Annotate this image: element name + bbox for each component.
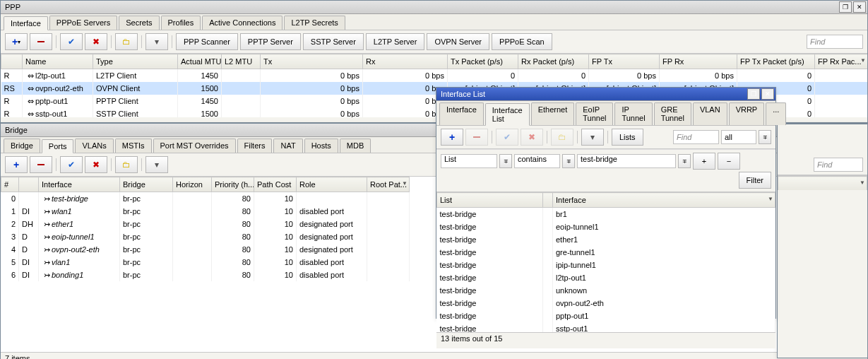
dropdown-icon[interactable]: ∓ [759,130,771,144]
table-row[interactable]: test-bridgepptp-out1 [437,310,775,322]
tab-vrrp[interactable]: VRRP [729,102,765,125]
comment-button[interactable]: 🗀 [115,156,138,173]
column-header[interactable]: Tx [261,54,363,69]
column-header[interactable]: Type [93,54,178,69]
tab-profiles[interactable]: Profiles [161,16,201,30]
disable-button[interactable]: ✖ [85,156,107,173]
l2tp-server-button[interactable]: L2TP Server [366,33,425,50]
tab-vlan[interactable]: VLAN [693,102,727,125]
restore-icon[interactable]: ❐ [839,1,852,13]
tab-pppoe-servers[interactable]: PPPoE Servers [49,16,117,30]
disable-button[interactable]: ✖ [85,33,107,50]
column-header[interactable]: Bridge [120,177,173,192]
column-header[interactable]: L2 MTU [222,54,261,69]
add-button[interactable]: + [441,129,463,146]
column-header[interactable]: Tx Packet (p/s) [448,54,518,69]
table-row[interactable]: test-bridgeipip-tunnel1 [437,259,775,271]
sstp-server-button[interactable]: SSTP Server [303,33,364,50]
tab-nat[interactable]: NAT [273,139,302,153]
find-input[interactable]: Find [807,35,863,49]
tab--[interactable]: ... [766,102,786,125]
column-header[interactable] [19,177,39,192]
tab-l2tp-secrets[interactable]: L2TP Secrets [284,16,345,30]
add-button[interactable]: +▾ [5,33,28,50]
tab-eoip-tunnel[interactable]: EoIP Tunnel [576,102,613,125]
enable-button[interactable]: ✔ [60,156,83,173]
filter-field-dropdown[interactable]: List [441,154,497,168]
find-input[interactable]: Find [814,158,863,172]
table-row[interactable]: test-bridgeeoip-tunnel1 [437,220,775,233]
dropdown-icon[interactable]: ∓ [499,154,512,168]
column-header[interactable]: Name [23,54,93,69]
column-header[interactable]: Rx [363,54,448,69]
comment-button[interactable]: 🗀 [551,129,573,146]
tab-ip-tunnel[interactable]: IP Tunnel [614,102,652,125]
tab-filters[interactable]: Filters [237,139,273,153]
table-row[interactable]: test-bridgel2tp-out1 [437,271,775,284]
tab-mdb[interactable]: MDB [340,139,371,153]
close-icon[interactable]: ✕ [761,88,774,100]
add-button[interactable]: + [5,156,28,173]
pppoe-scan-button[interactable]: PPPoE Scan [492,33,552,50]
table-row[interactable]: test-bridgeether1 [437,233,775,246]
filter-value-input[interactable]: test-bridge [577,154,676,168]
table-row[interactable]: R⇔l2tp-out1L2TP Client14500 bps0 bps000 … [1,69,868,83]
filter-button[interactable]: Filter [739,172,771,189]
tab-vlans[interactable]: VLANs [75,139,113,153]
column-header[interactable] [543,193,553,208]
table-row[interactable]: test-bridgebr1 [437,208,775,221]
comment-button[interactable]: 🗀 [115,33,138,50]
column-header[interactable]: Path Cost [254,177,297,192]
tab-bridge[interactable]: Bridge [4,139,40,153]
filter-icon[interactable]: ▾ [581,129,604,146]
dropdown-icon[interactable]: ∓ [678,154,691,168]
filter-icon[interactable]: ▾ [145,156,168,173]
enable-button[interactable]: ✔ [60,33,83,50]
column-header[interactable]: Priority (h... [212,177,254,192]
tab-hosts[interactable]: Hosts [304,139,338,153]
table-row[interactable]: test-bridgeovpn-out2-eth [437,297,775,310]
disable-button[interactable]: ✖ [521,129,543,146]
column-header[interactable] [1,54,23,69]
column-header[interactable]: Role [297,177,367,192]
enable-button[interactable]: ✔ [496,129,518,146]
column-header[interactable]: Root Pat...▼ [367,177,410,192]
column-header[interactable]: List [437,193,543,208]
filter-icon[interactable]: ▾ [145,33,168,50]
column-header[interactable]: # [1,177,19,192]
column-header[interactable]: FP Tx [589,54,660,69]
ovpn-server-button[interactable]: OVPN Server [427,33,489,50]
tab-interface-list[interactable]: Interface List [485,103,530,126]
column-header[interactable]: Interface▼ [553,193,775,208]
remove-button[interactable] [30,156,52,173]
column-header[interactable]: Horizon [173,177,212,192]
column-header[interactable]: FP Tx Packet (p/s) [737,54,815,69]
restore-icon[interactable]: ❐ [747,88,760,100]
tab-secrets[interactable]: Secrets [119,16,159,30]
iflist-title-bar[interactable]: Interface List ❐ ✕ [436,88,775,101]
find-input[interactable]: Find [673,130,719,144]
table-row[interactable]: test-bridgegre-tunnel1 [437,246,775,259]
tab-ports[interactable]: Ports [42,139,74,153]
all-dropdown[interactable]: all [721,130,756,144]
column-header[interactable]: Actual MTU [178,54,222,69]
column-header[interactable]: FP Rx [660,54,737,69]
ppp-scanner-button[interactable]: PPP Scanner [176,33,238,50]
filter-remove-button[interactable]: − [718,153,740,170]
tab-gre-tunnel[interactable]: GRE Tunnel [654,102,691,125]
remove-button[interactable] [465,129,488,146]
tab-port-mst-overrides[interactable]: Port MST Overrides [153,139,236,153]
table-row[interactable]: test-bridgeunknown [437,284,775,297]
column-header[interactable]: Rx Packet (p/s) [518,54,589,69]
tab-interface[interactable]: Interface [4,16,48,30]
lists-button[interactable]: Lists [612,129,643,146]
column-header[interactable]: Interface [39,177,120,192]
tab-ethernet[interactable]: Ethernet [531,102,575,125]
tab-active-connections[interactable]: Active Connections [202,16,283,30]
pptp-server-button[interactable]: PPTP Server [240,33,301,50]
tab-mstis[interactable]: MSTIs [115,139,152,153]
column-header[interactable]: FP Rx Pac...▼ [815,54,868,69]
remove-button[interactable] [30,33,52,50]
filter-add-button[interactable]: + [693,153,715,170]
dropdown-icon[interactable]: ∓ [562,154,575,168]
